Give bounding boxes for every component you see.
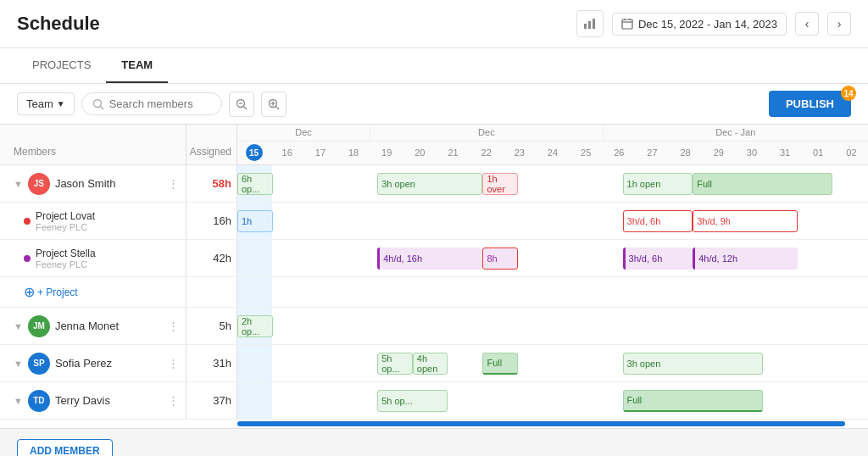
jenna-events: 2h op...	[237, 308, 868, 344]
day-31: 31	[769, 147, 802, 158]
project-lovat-cell: Project Lovat Feeney PLC	[0, 203, 186, 239]
row-jenna-monet: ▼ JM Jenna Monet ⋮ 5h 2h op...	[0, 308, 868, 345]
jenna-assigned: 5h	[186, 308, 237, 344]
lovat-events: 1h 3h/d, 6h 3h/d, 9h	[237, 203, 868, 239]
project-lovat-info: Project Lovat Feeney PLC	[36, 210, 95, 232]
jenna-monet-cell: ▼ JM Jenna Monet ⋮	[0, 308, 186, 344]
jason-event-5: Full	[693, 173, 832, 195]
zoom-in-button[interactable]	[261, 92, 287, 117]
project-stella-info: Project Stella Feeney PLC	[36, 247, 96, 270]
jenna-menu-icon[interactable]: ⋮	[168, 320, 179, 332]
add-project-label: + Project	[37, 286, 78, 298]
jason-events: 6h op... 3h open 1h over 1h open Full	[237, 165, 868, 202]
publish-badge: 14	[841, 86, 856, 101]
sofia-menu-icon[interactable]: ⋮	[168, 357, 179, 370]
sofia-event-2: 4h open	[413, 353, 448, 375]
jason-assigned: 58h	[186, 165, 237, 202]
tab-projects[interactable]: PROJECTS	[17, 48, 106, 83]
zoom-out-button[interactable]	[229, 92, 254, 117]
members-label: Members	[14, 146, 56, 158]
day-20: 20	[403, 147, 437, 158]
stella-events: 4h/d, 16h 8h 3h/d, 6h 4h/d, 12h	[237, 240, 868, 276]
jason-name: Jason Smith	[55, 177, 116, 190]
day-28: 28	[669, 147, 702, 158]
day-15: 15	[237, 144, 270, 161]
row-sofia-perez: ▼ SP Sofia Perez ⋮ 31h 5h op... 4h open …	[0, 345, 868, 382]
row-jason-smith: ▼ JS Jason Smith ⋮ 58h 6h op... 3h open …	[0, 165, 868, 203]
lovat-event-1: 1h	[237, 210, 273, 232]
team-dropdown-label: Team	[26, 97, 53, 110]
chevron-down-icon: ▼	[57, 99, 65, 108]
stella-event-2: 8h	[482, 247, 518, 270]
svg-line-8	[100, 106, 103, 109]
add-member-button[interactable]: ADD MEMBER	[17, 439, 113, 456]
date-headers: Dec Dec Dec - Jan 15 16 17 18	[237, 125, 868, 164]
month-dec-jan: Dec - Jan	[604, 125, 868, 141]
jason-expand-icon[interactable]: ▼	[14, 179, 23, 189]
terry-event-2: Full	[623, 390, 763, 412]
row-project-lovat: Project Lovat Feeney PLC 16h 1h 3h/d, 6h…	[0, 203, 868, 240]
add-project-button[interactable]: ⊕ + Project	[24, 284, 78, 300]
team-dropdown[interactable]: Team ▼	[17, 92, 75, 115]
project-stella-cell: Project Stella Feeney PLC	[0, 240, 186, 276]
sofia-expand-icon[interactable]: ▼	[14, 359, 23, 369]
calendar-icon	[621, 18, 633, 30]
footer: ADD MEMBER	[0, 428, 868, 456]
assigned-col-header: Assigned	[186, 125, 237, 164]
page-title: Schedule	[17, 13, 100, 35]
jenna-name: Jenna Monet	[55, 320, 119, 332]
publish-button[interactable]: PUBLISH 14	[769, 91, 851, 117]
prev-button[interactable]: ‹	[795, 12, 819, 36]
tabs-bar: PROJECTS TEAM	[0, 48, 868, 84]
publish-label: PUBLISH	[786, 97, 834, 110]
jason-assigned-value: 58h	[213, 177, 231, 190]
jason-menu-icon[interactable]: ⋮	[168, 177, 179, 190]
stella-event-4: 4h/d, 12h	[693, 247, 798, 270]
stella-event-3: 3h/d, 6h	[623, 247, 693, 270]
sofia-assigned: 31h	[186, 345, 237, 381]
terry-name: Terry Davis	[55, 394, 110, 407]
jenna-expand-icon[interactable]: ▼	[14, 321, 23, 331]
month-dec-1: Dec	[237, 125, 370, 141]
terry-davis-cell: ▼ TD Terry Davis ⋮	[0, 382, 186, 419]
svg-rect-2	[593, 19, 595, 29]
jason-event-4: 1h open	[623, 173, 693, 195]
terry-avatar: TD	[28, 390, 50, 412]
toolbar: Team ▼	[0, 84, 868, 125]
terry-expand-icon[interactable]: ▼	[14, 396, 23, 406]
day-16: 16	[270, 147, 303, 158]
svg-point-7	[93, 99, 101, 107]
day-18: 18	[337, 147, 370, 158]
next-button[interactable]: ›	[827, 12, 851, 36]
lovat-assigned-value: 16h	[213, 214, 231, 227]
stella-assigned-value: 42h	[213, 252, 231, 264]
day-17: 17	[303, 147, 337, 158]
svg-line-13	[275, 106, 279, 109]
day-29: 29	[702, 147, 735, 158]
tab-team[interactable]: TEAM	[106, 48, 168, 83]
date-range-button[interactable]: Dec 15, 2022 - Jan 14, 2023	[612, 13, 787, 36]
scroll-bar[interactable]	[237, 421, 845, 426]
terry-menu-icon[interactable]: ⋮	[168, 394, 179, 407]
jason-event-2: 3h open	[377, 173, 482, 195]
terry-events: 5h op... Full	[237, 382, 868, 419]
terry-event-1: 5h op...	[377, 390, 448, 412]
search-box	[81, 92, 222, 115]
project-stella-dot	[24, 255, 31, 262]
column-headers: Members Assigned Dec Dec Dec - Jan	[0, 125, 868, 165]
day-26: 26	[603, 147, 636, 158]
svg-rect-0	[584, 24, 587, 29]
day-21: 21	[437, 147, 470, 158]
header: Schedule Dec 15, 2022 - Jan 14, 2023 ‹	[0, 0, 868, 48]
day-19: 19	[370, 147, 403, 158]
project-stella-name: Project Stella	[36, 247, 96, 259]
row-terry-davis: ▼ TD Terry Davis ⋮ 37h 5h op... Full	[0, 382, 868, 420]
svg-rect-1	[588, 21, 591, 29]
day-27: 27	[636, 147, 669, 158]
chart-icon-button[interactable]	[576, 10, 604, 37]
jenna-assigned-value: 5h	[220, 320, 231, 332]
jason-event-1: 6h op...	[237, 173, 273, 195]
day-24: 24	[536, 147, 569, 158]
sofia-events: 5h op... 4h open Full 3h open	[237, 345, 868, 381]
search-input[interactable]	[109, 97, 211, 110]
